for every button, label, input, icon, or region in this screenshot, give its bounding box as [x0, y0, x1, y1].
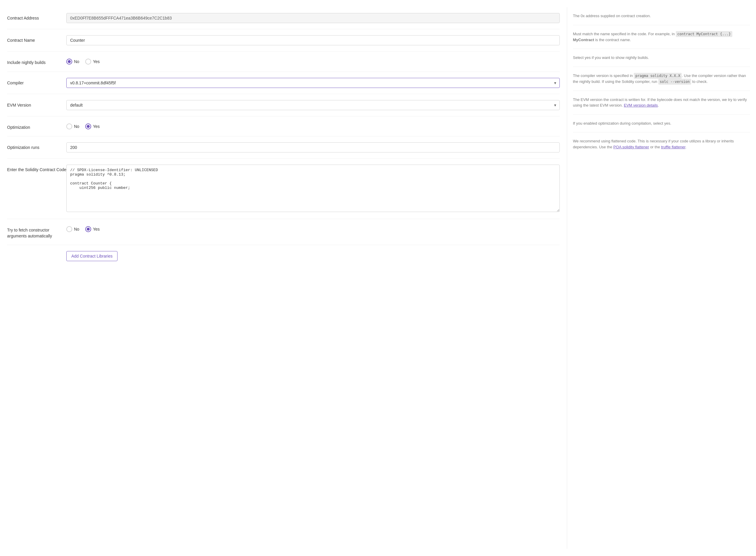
help-contract-address: The 0x address supplied on contract crea… [573, 7, 750, 25]
fetch-no-option[interactable]: No [66, 226, 79, 232]
solidity-code-row: Enter the Solidity Contract Code // SPDX… [7, 159, 560, 219]
help-nightly-builds-text: Select yes if you want to show nightly b… [573, 55, 649, 60]
nightly-builds-radio-group: No Yes [66, 58, 560, 65]
fetch-yes-label: Yes [93, 227, 100, 232]
optimization-row: Optimization No Yes [7, 116, 560, 137]
contract-name-field [66, 35, 560, 45]
fetch-yes-radio[interactable] [85, 226, 91, 232]
optimization-yes-radio[interactable] [85, 124, 91, 129]
help-compiler-text: The compiler version is specified in pra… [573, 73, 746, 84]
truffle-flattener-link[interactable]: truffle flattener [661, 145, 685, 149]
nightly-builds-label: Include nightly builds [7, 58, 66, 66]
evm-version-label: EVM Version [7, 100, 66, 108]
fetch-constructor-row: Try to fetch constructor arguments autom… [7, 219, 560, 245]
add-contract-libraries-button[interactable]: Add Contract Libraries [66, 251, 117, 261]
add-libraries-row: Add Contract Libraries [7, 245, 560, 267]
evm-version-select[interactable]: default london berlin istanbul petersbur… [66, 100, 560, 110]
optimization-field: No Yes [66, 122, 560, 129]
fetch-constructor-label: Try to fetch constructor arguments autom… [7, 225, 66, 239]
optimization-no-label: No [74, 124, 79, 129]
help-compiler: The compiler version is specified in pra… [573, 67, 750, 91]
solidity-code-textarea[interactable]: // SPDX-License-Identifier: UNLICENSED p… [66, 165, 560, 212]
contract-name-row: Contract Name [7, 29, 560, 51]
help-optimization: If you enabled optimization during compi… [573, 114, 750, 133]
nightly-no-radio[interactable] [66, 59, 72, 65]
evm-version-details-link[interactable]: EVM version details [624, 103, 658, 107]
contract-name-input[interactable] [66, 35, 560, 45]
optimization-runs-row: Optimization runs [7, 137, 560, 159]
help-solidity-code: We recommend using flattened code. This … [573, 132, 750, 156]
help-optimization-text: If you enabled optimization during compi… [573, 121, 671, 126]
nightly-no-label: No [74, 59, 79, 64]
optimization-runs-input[interactable] [66, 142, 560, 152]
optimization-label: Optimization [7, 122, 66, 131]
nightly-yes-radio[interactable] [85, 59, 91, 65]
contract-name-label: Contract Name [7, 35, 66, 43]
evm-version-row: EVM Version default london berlin istanb… [7, 94, 560, 116]
contract-address-input[interactable] [66, 13, 560, 23]
add-libraries-empty-label [7, 251, 66, 253]
fetch-yes-option[interactable]: Yes [85, 226, 100, 232]
help-nightly-builds: Select yes if you want to show nightly b… [573, 49, 750, 67]
contract-address-field [66, 13, 560, 23]
contract-address-label: Contract Address [7, 13, 66, 21]
help-code-snippet-1: contract MyContract {...} [676, 31, 732, 37]
nightly-builds-row: Include nightly builds No Yes [7, 51, 560, 72]
optimization-radio-group: No Yes [66, 122, 560, 129]
help-code-snippet-2: pragma solidity X.X.X [634, 73, 682, 79]
add-libraries-field: Add Contract Libraries [66, 251, 560, 261]
optimization-yes-label: Yes [93, 124, 100, 129]
optimization-yes-option[interactable]: Yes [85, 124, 100, 129]
fetch-no-radio[interactable] [66, 226, 72, 232]
help-contract-name-bold: MyContract [573, 38, 595, 42]
optimization-runs-label: Optimization runs [7, 142, 66, 151]
compiler-row: Compiler v0.8.17+commit.8df45f5f v0.8.16… [7, 72, 560, 94]
help-sidebar: The 0x address supplied on contract crea… [567, 7, 756, 549]
fetch-no-label: No [74, 227, 79, 232]
evm-version-select-wrapper: default london berlin istanbul petersbur… [66, 100, 560, 110]
solidity-code-field: // SPDX-License-Identifier: UNLICENSED p… [66, 165, 560, 213]
solidity-code-label: Enter the Solidity Contract Code [7, 165, 66, 173]
help-evm-version: The EVM version the contract is written … [573, 91, 750, 114]
help-contract-address-text: The 0x address supplied on contract crea… [573, 13, 651, 18]
optimization-no-option[interactable]: No [66, 124, 79, 129]
fetch-constructor-radio-group: No Yes [66, 225, 560, 232]
help-solidity-code-text: We recommend using flattened code. This … [573, 139, 734, 149]
help-code-snippet-3: solc --version [658, 79, 691, 85]
compiler-label: Compiler [7, 78, 66, 86]
help-evm-version-text: The EVM version the contract is written … [573, 97, 747, 108]
nightly-yes-label: Yes [93, 59, 100, 64]
help-contract-name: Must match the name specified in the cod… [573, 25, 750, 49]
evm-version-field: default london berlin istanbul petersbur… [66, 100, 560, 110]
contract-address-row: Contract Address [7, 7, 560, 29]
compiler-select-wrapper: v0.8.17+commit.8df45f5f v0.8.16+commit.0… [66, 78, 560, 88]
nightly-builds-field: No Yes [66, 58, 560, 65]
compiler-select[interactable]: v0.8.17+commit.8df45f5f v0.8.16+commit.0… [66, 78, 560, 88]
optimization-no-radio[interactable] [66, 124, 72, 129]
fetch-constructor-field: No Yes [66, 225, 560, 232]
optimization-runs-field [66, 142, 560, 152]
poa-flattener-link[interactable]: POA solidity flattener [613, 145, 649, 149]
help-contract-name-text: Must match the name specified in the cod… [573, 32, 732, 42]
compiler-field: v0.8.17+commit.8df45f5f v0.8.16+commit.0… [66, 78, 560, 88]
nightly-yes-option[interactable]: Yes [85, 59, 100, 65]
nightly-no-option[interactable]: No [66, 59, 79, 65]
